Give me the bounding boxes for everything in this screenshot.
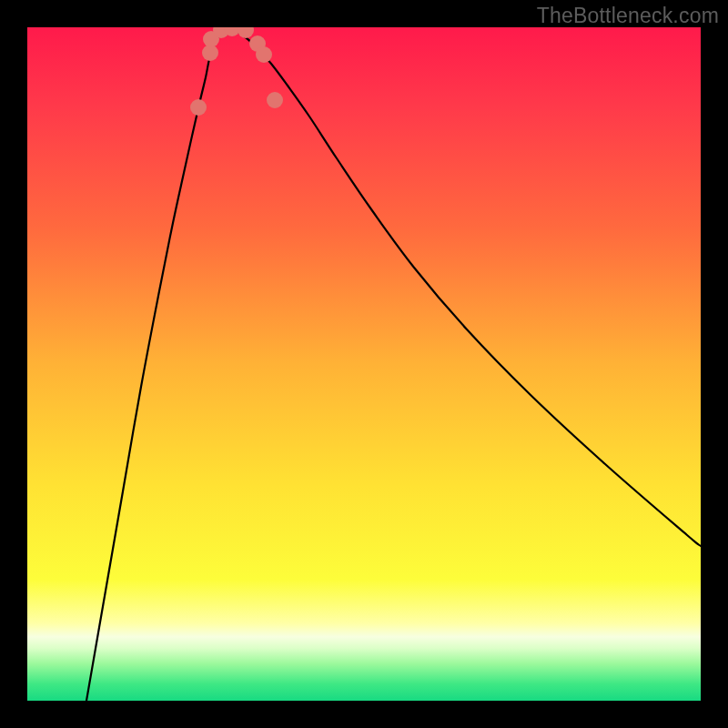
curve-right-branch	[229, 27, 701, 546]
marker-dot	[238, 27, 254, 38]
marker-dot	[267, 92, 283, 108]
plot-area	[27, 27, 701, 701]
marker-dot	[190, 99, 207, 116]
watermark-text: TheBottleneck.com	[537, 4, 719, 28]
curve-left-branch	[86, 27, 229, 701]
marker-dot	[256, 46, 272, 63]
chart-svg	[27, 27, 701, 701]
chart-frame: TheBottleneck.com	[0, 0, 728, 728]
optimal-region-markers	[190, 27, 283, 116]
